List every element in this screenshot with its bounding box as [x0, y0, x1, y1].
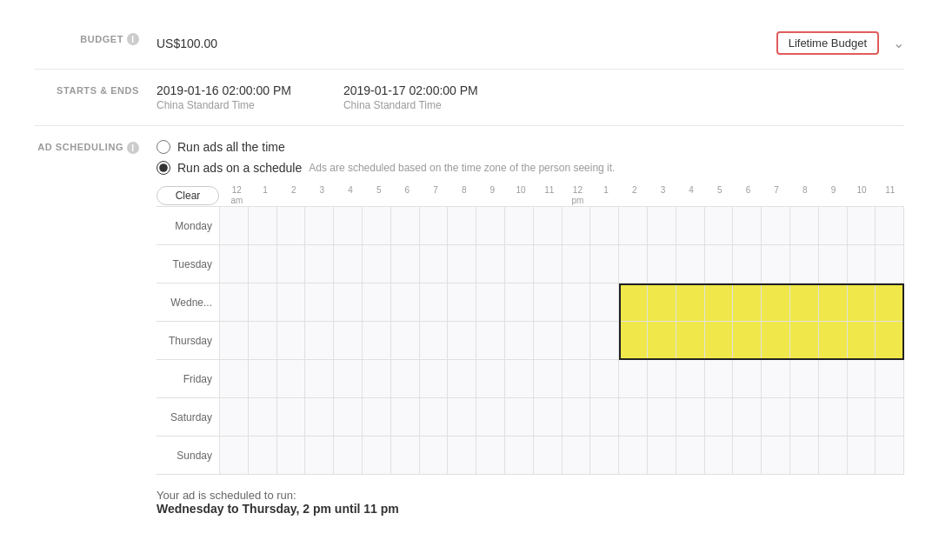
grid-cell[interactable] [277, 437, 306, 474]
grid-cell[interactable] [249, 245, 277, 283]
grid-cell[interactable] [220, 437, 249, 474]
radio-option-schedule[interactable]: Run ads on a schedule Ads are scheduled … [156, 161, 904, 175]
grid-cell[interactable] [819, 360, 848, 397]
grid-cell[interactable] [648, 398, 676, 436]
grid-cell[interactable] [848, 245, 876, 283]
grid-cell[interactable] [249, 360, 277, 397]
grid-cell[interactable] [876, 398, 904, 436]
grid-cell[interactable] [277, 283, 306, 321]
radio-schedule-input[interactable] [156, 161, 170, 175]
grid-cell[interactable] [334, 245, 363, 283]
grid-cell[interactable] [762, 398, 790, 436]
grid-cell[interactable] [534, 283, 563, 321]
grid-cell[interactable] [733, 283, 762, 321]
grid-cell[interactable] [420, 245, 449, 283]
grid-cell[interactable] [363, 398, 391, 436]
grid-cell[interactable] [391, 322, 420, 359]
grid-cell[interactable] [790, 398, 819, 436]
grid-cell[interactable] [476, 207, 505, 244]
grid-cell[interactable] [790, 437, 819, 474]
grid-cell[interactable] [676, 398, 705, 436]
grid-cell[interactable] [648, 207, 676, 244]
grid-cell[interactable] [648, 245, 676, 283]
grid-cell[interactable] [848, 283, 876, 321]
grid-cell[interactable] [733, 360, 762, 397]
grid-cell[interactable] [848, 437, 876, 474]
grid-cell[interactable] [420, 398, 449, 436]
grid-cell[interactable] [534, 398, 563, 436]
grid-cell[interactable] [448, 245, 476, 283]
grid-cell[interactable] [563, 360, 591, 397]
grid-cell[interactable] [563, 322, 591, 359]
grid-cell[interactable] [705, 437, 734, 474]
budget-info-icon[interactable]: i [127, 33, 139, 45]
grid-cell[interactable] [277, 360, 306, 397]
lifetime-budget-badge[interactable]: Lifetime Budget [776, 31, 879, 55]
grid-cell[interactable] [391, 207, 420, 244]
grid-cell[interactable] [762, 207, 790, 244]
grid-cell[interactable] [733, 322, 762, 359]
grid-cell[interactable] [876, 360, 904, 397]
grid-cell[interactable] [648, 360, 676, 397]
grid-cell[interactable] [790, 283, 819, 321]
grid-cell[interactable] [676, 283, 705, 321]
grid-cell[interactable] [305, 360, 334, 397]
grid-cell[interactable] [819, 437, 848, 474]
grid-cell[interactable] [848, 398, 876, 436]
grid-cell[interactable] [705, 360, 734, 397]
radio-all-time-input[interactable] [156, 140, 170, 154]
grid-cell[interactable] [876, 245, 904, 283]
grid-cell[interactable] [590, 322, 619, 359]
grid-cell[interactable] [391, 360, 420, 397]
grid-cell[interactable] [305, 207, 334, 244]
grid-cell[interactable] [563, 207, 591, 244]
grid-cell[interactable] [876, 207, 904, 244]
grid-cell[interactable] [590, 360, 619, 397]
grid-cell[interactable] [534, 322, 563, 359]
grid-cell[interactable] [590, 245, 619, 283]
grid-cell[interactable] [619, 245, 648, 283]
grid-cell[interactable] [705, 283, 734, 321]
grid-cell[interactable] [305, 283, 334, 321]
grid-cell[interactable] [590, 207, 619, 244]
grid-cell[interactable] [305, 245, 334, 283]
grid-cell[interactable] [363, 245, 391, 283]
grid-cell[interactable] [334, 398, 363, 436]
grid-cell[interactable] [505, 283, 534, 321]
grid-cell[interactable] [249, 283, 277, 321]
grid-cell[interactable] [590, 437, 619, 474]
radio-all-time-label[interactable]: Run ads all the time [177, 140, 285, 154]
grid-cell[interactable] [619, 207, 648, 244]
grid-cell[interactable] [619, 437, 648, 474]
grid-cell[interactable] [676, 207, 705, 244]
grid-cell[interactable] [619, 398, 648, 436]
grid-cell[interactable] [676, 360, 705, 397]
grid-cell[interactable] [819, 283, 848, 321]
grid-cell[interactable] [790, 207, 819, 244]
grid-cell[interactable] [762, 245, 790, 283]
grid-cell[interactable] [848, 207, 876, 244]
grid-cell[interactable] [819, 207, 848, 244]
grid-cell[interactable] [220, 245, 249, 283]
grid-cell[interactable] [448, 360, 476, 397]
grid-cell[interactable] [762, 283, 790, 321]
grid-cell[interactable] [648, 322, 676, 359]
grid-cell[interactable] [505, 398, 534, 436]
grid-cell[interactable] [762, 437, 790, 474]
grid-cell[interactable] [819, 245, 848, 283]
grid-cell[interactable] [476, 245, 505, 283]
grid-cell[interactable] [534, 207, 563, 244]
grid-cell[interactable] [420, 207, 449, 244]
grid-cell[interactable] [305, 322, 334, 359]
grid-cell[interactable] [334, 322, 363, 359]
grid-cell[interactable] [476, 437, 505, 474]
grid-cell[interactable] [848, 360, 876, 397]
grid-cell[interactable] [505, 245, 534, 283]
grid-cell[interactable] [648, 437, 676, 474]
grid-cell[interactable] [876, 283, 904, 321]
grid-cell[interactable] [876, 437, 904, 474]
grid-cell[interactable] [363, 360, 391, 397]
grid-cell[interactable] [505, 360, 534, 397]
grid-cell[interactable] [363, 437, 391, 474]
grid-cell[interactable] [705, 398, 734, 436]
